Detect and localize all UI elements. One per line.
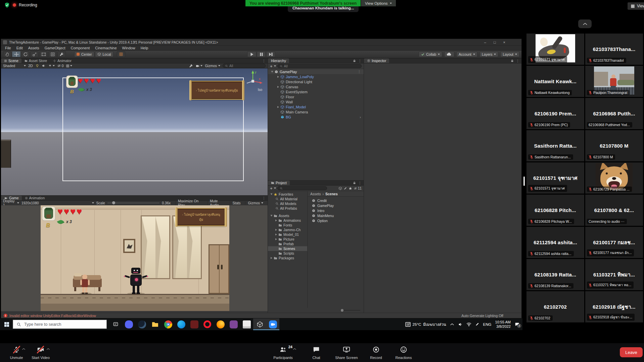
hand-tool-button[interactable] xyxy=(3,51,11,57)
share-screen-button[interactable]: Share Screen xyxy=(331,346,362,360)
unity-hub-icon[interactable] xyxy=(188,318,201,330)
scene-asset[interactable]: Credit xyxy=(308,198,364,203)
task-view-button[interactable] xyxy=(109,318,122,330)
space-toggle-button[interactable]: Local xyxy=(95,51,113,57)
step-button[interactable] xyxy=(266,51,275,57)
hidden-count[interactable]: 11 xyxy=(354,186,362,190)
create-caret[interactable] xyxy=(274,65,276,67)
start-video-button[interactable]: Start Video xyxy=(26,346,56,360)
breadcrumb-assets[interactable]: Assets xyxy=(310,192,321,196)
scene-asset[interactable]: Intro xyxy=(308,208,364,213)
video-options-caret[interactable] xyxy=(46,348,50,350)
hierarchy-item[interactable]: BG› xyxy=(268,114,364,119)
participant-tile[interactable]: 62106190 Prem... 62106190 Prem (PC) xyxy=(526,98,584,129)
menu-help[interactable]: Help xyxy=(138,46,151,50)
zoom-taskbar-icon[interactable] xyxy=(266,318,279,330)
hierarchy-search-input[interactable]: All xyxy=(277,64,362,68)
unity-title-bar[interactable]: TheTengAdventure - GamePlay - PC, Mac & … xyxy=(1,39,521,46)
unity-editor-taskbar-icon[interactable] xyxy=(253,318,266,330)
tab-animation[interactable]: Animation xyxy=(22,196,48,200)
pane-menu-icon[interactable]: ⋮ xyxy=(262,59,266,63)
pane-menu-icon[interactable]: ⋮ xyxy=(262,196,266,200)
notification-center[interactable]: 4 xyxy=(514,322,520,327)
participant-tile[interactable]: Sasithorn Ratta... Sasithorn Rattanarun.… xyxy=(526,130,584,161)
participant-tile[interactable]: 62106729 Panpassa ... xyxy=(585,162,643,194)
chrome-icon[interactable] xyxy=(162,318,175,330)
hierarchy-item[interactable]: Canvas xyxy=(268,84,364,89)
tab-project[interactable]: Project xyxy=(268,180,290,185)
scale-tool-button[interactable] xyxy=(30,51,39,57)
game-viewport[interactable]: B x 3 - ไปหมู่บ้านหนิดหาลุงทีบหนุมุ้ย xyxy=(1,205,268,311)
menu-edit[interactable]: Edit xyxy=(14,46,26,50)
packages-root[interactable]: Packages xyxy=(268,256,307,260)
lock-icon[interactable] xyxy=(511,59,514,62)
grid-snap-button[interactable] xyxy=(117,51,125,57)
menu-component[interactable]: Component xyxy=(68,46,92,50)
move-tool-button[interactable] xyxy=(12,51,20,57)
participant-tile[interactable]: 62106828 Pitch... 62106828 Pitchaya W... xyxy=(526,195,584,226)
menu-cinemachine[interactable]: Cinemachine xyxy=(92,46,119,50)
scale-slider[interactable] xyxy=(107,203,159,203)
wifi-icon[interactable] xyxy=(466,322,471,326)
chat-button[interactable]: Chat xyxy=(301,346,331,360)
opera-icon[interactable] xyxy=(201,318,214,330)
toggle-2d[interactable]: 2D xyxy=(28,64,33,68)
participant-tile[interactable]: Nattawit Keawk... Nattawit Keawkuntong xyxy=(526,66,584,97)
folder-item[interactable]: Fonts xyxy=(268,223,307,227)
folder-item[interactable]: Scripts xyxy=(268,251,307,256)
scene-asset[interactable]: MainMenu xyxy=(308,213,364,218)
close-button[interactable]: × xyxy=(503,40,505,44)
account-dropdown[interactable]: Account xyxy=(456,51,477,57)
participant-tile[interactable]: 62100177 กมลช... 62100177 กมลชนก อัก... xyxy=(585,227,643,258)
prefab-open-arrow[interactable]: › xyxy=(360,115,364,119)
pause-button[interactable] xyxy=(257,51,266,57)
hierarchy-item-gameplay[interactable]: GamePlay ⋮ xyxy=(268,69,364,74)
pen-icon[interactable] xyxy=(475,322,479,326)
custom-tool-button[interactable] xyxy=(57,51,66,57)
folder-item[interactable]: Jammo-Ch xyxy=(268,227,307,232)
weather-widget[interactable]: 25°C มีเมฆบางส่วน xyxy=(405,321,446,327)
participant-tile[interactable]: 61103271 ทิพมา... 61103271 ทิพมาตา ทอ... xyxy=(585,259,643,290)
cloud-button[interactable] xyxy=(444,51,454,57)
participant-tile[interactable]: 62112594 ashita... 62112594 ashita ratta… xyxy=(526,227,584,258)
scene-viewport[interactable]: B x 3 - ไปหมู่บ้านหนิดหาลุงทีบหนุมุ้ย xyxy=(1,68,268,195)
firefox-icon[interactable] xyxy=(214,318,227,330)
record-button[interactable]: Record xyxy=(361,346,391,360)
participant-tile[interactable]: 62107800 & 62... Connecting to audio ··· xyxy=(585,195,643,226)
camera-dropdown[interactable] xyxy=(195,64,202,68)
grid-visibility-dropdown[interactable] xyxy=(66,64,72,68)
scene-search-input[interactable]: All xyxy=(223,64,266,68)
pane-menu-icon[interactable]: ⋮ xyxy=(358,181,362,185)
rotate-tool-button[interactable] xyxy=(21,51,30,57)
lock-icon[interactable] xyxy=(353,59,356,62)
hierarchy-item[interactable]: Wall xyxy=(268,99,364,104)
create-button[interactable]: + xyxy=(270,64,273,69)
folder-item[interactable]: Prefab xyxy=(268,242,307,246)
view-button[interactable]: View xyxy=(628,2,644,10)
pane-menu-icon[interactable]: ⋮ xyxy=(358,59,362,63)
transform-tool-button[interactable] xyxy=(48,51,57,57)
tab-hierarchy[interactable]: Hierarchy xyxy=(268,58,289,63)
favorite-item[interactable]: All Prefabs xyxy=(268,206,307,211)
clock[interactable]: 10:55 AM3/8/2022 xyxy=(495,320,511,329)
reactions-button[interactable]: Reactions xyxy=(388,346,419,360)
participant-tile[interactable]: Paulpon Thamrongrat xyxy=(585,66,643,97)
menu-assets[interactable]: Assets xyxy=(26,46,42,50)
iso-projection-label[interactable]: Iso xyxy=(258,88,262,92)
participants-button[interactable]: 24 Participants xyxy=(268,346,298,360)
pdf-reader-icon[interactable] xyxy=(240,318,253,330)
search-by-label-icon[interactable] xyxy=(343,187,347,190)
folder-item-scenes[interactable]: Scenes xyxy=(268,246,307,251)
scene-asset[interactable]: Option xyxy=(308,218,364,223)
edge-icon[interactable] xyxy=(175,318,188,330)
hierarchy-item[interactable]: Main Camera xyxy=(268,109,364,114)
favorites-root[interactable]: Favorites xyxy=(268,192,307,197)
menu-window[interactable]: Window xyxy=(120,46,138,50)
participant-tile[interactable]: 62106968 Putth... 62106968 Putthimet Yod… xyxy=(585,98,643,129)
play-button[interactable] xyxy=(247,51,257,57)
tab-inspector[interactable]: Inspector xyxy=(364,58,389,63)
lock-icon[interactable] xyxy=(353,181,356,185)
menu-file[interactable]: File xyxy=(2,46,14,50)
folder-item[interactable]: Animations xyxy=(268,218,307,223)
language-indicator[interactable]: ENG xyxy=(483,322,492,326)
